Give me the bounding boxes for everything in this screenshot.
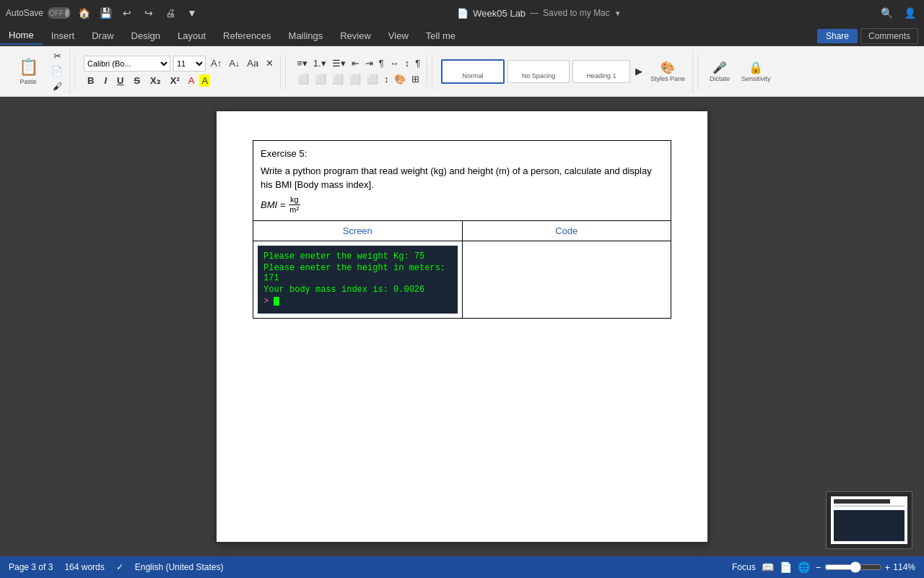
line-spacing-btn[interactable]: ↕ [382,72,391,86]
highlight-btn[interactable]: A [199,74,210,87]
menu-item-insert[interactable]: Insert [43,27,84,44]
ribbon-right-buttons: Share Comments [817,28,924,44]
menu-item-review[interactable]: Review [331,27,380,44]
dictate-label: Dictate [710,75,730,82]
style-heading1[interactable]: AaBbCcD... Heading 1 [572,60,630,83]
strikethrough-button[interactable]: S [130,74,144,87]
redo-icon-btn[interactable]: ↪ [140,4,157,22]
sort-btn[interactable]: ↕ [403,56,412,70]
para-row2: ⬜ ⬜ ⬜ ⬜ ⬜ ↕ 🎨 ⊞ [295,72,422,86]
print-layout-btn[interactable]: 📄 [780,561,792,573]
more-styles-btn[interactable]: ▶ [633,64,645,78]
increase-font-btn[interactable]: A↑ [209,56,224,70]
font-section: Calibri (Bo... 11 A↑ A↓ Aa ✕ B I U S X₂ … [79,56,281,87]
font-name-selector[interactable]: Calibri (Bo... [84,56,170,72]
menu-item-layout[interactable]: Layout [169,27,214,44]
terminal-line-2: Please eneter the height in meters: 171 [263,263,452,283]
style-h1-preview: AaBbCcD... [579,64,624,72]
col-btn[interactable]: ⬜ [365,72,380,86]
zoom-slider[interactable] [824,561,882,573]
paste-button[interactable]: 📋 Paste [10,55,46,88]
paragraph-section: ≡▾ 1.▾ ☰▾ ⇤ ⇥ ¶ ↔ ↕ ¶ ⬜ ⬜ ⬜ ⬜ ⬜ ↕ 🎨 ⊞ [290,56,427,86]
dictate-section: 🎤 Dictate 🔒 Sensitivity [702,50,778,93]
title-bar-right: 🔍 👤 [878,4,918,22]
more-icon-btn[interactable]: ▼ [183,4,201,22]
menu-item-draw[interactable]: Draw [83,27,122,44]
terminal-cursor [274,297,279,306]
word-count: 164 words [64,562,104,572]
read-mode-btn[interactable]: 📖 [762,561,774,573]
show-para-btn[interactable]: ¶ [413,56,422,70]
menu-item-view[interactable]: View [380,27,417,44]
menu-item-design[interactable]: Design [123,27,169,44]
saved-state: — [530,8,539,18]
zoom-in-btn[interactable]: + [885,562,891,573]
menu-item-tellme[interactable]: Tell me [417,27,464,44]
share-button[interactable]: Share [817,29,858,43]
font-size-selector[interactable]: 11 [173,56,206,72]
clear-format-btn[interactable]: ✕ [263,56,276,70]
bold-button[interactable]: B [84,74,97,87]
status-bar: Page 3 of 3 164 words ✓ English (United … [0,556,924,578]
subscript-button[interactable]: X₂ [147,74,164,87]
autosave-label: AutoSave [6,8,43,18]
exercise-container: Exercise 5: Write a python program that … [253,140,671,319]
user-icon-btn[interactable]: 👤 [901,4,918,22]
search-icon-btn[interactable]: 🔍 [878,4,895,22]
align-left-btn[interactable]: ⬜ [295,72,311,86]
align-right-btn[interactable]: ⬜ [330,72,346,86]
dictate-btn[interactable]: 🎤 Dictate [707,59,733,84]
spell-check-icon[interactable]: ✓ [116,562,123,572]
bullets-button[interactable]: ≡▾ [295,56,310,70]
title-bar-left: AutoSave OFF 🏠 💾 ↩ ↪ 🖨 ▼ [6,4,201,22]
autosave-state: OFF [49,9,64,17]
screen-cell: Please eneter the weight Kg: 75 Please e… [253,241,463,318]
multilevel-list-button[interactable]: ☰▾ [330,56,348,70]
change-case-btn[interactable]: Aa [245,56,261,70]
decrease-indent-button[interactable]: ⇤ [349,56,362,70]
shading-btn[interactable]: 🎨 [392,72,408,86]
code-header-cell: Code [463,221,671,241]
home-icon-btn[interactable]: 🏠 [75,4,92,22]
page-info: Page 3 of 3 [9,562,53,572]
thumbnail-page [831,496,907,544]
style-normal[interactable]: AaBbCcDdEe Normal [441,59,505,84]
numbering-button[interactable]: 1.▾ [311,56,328,70]
zoom-out-btn[interactable]: − [816,562,821,573]
fraction-denominator: m² [288,205,300,215]
borders-btn[interactable]: ⊞ [409,72,422,86]
italic-button[interactable]: I [100,74,110,87]
font-color-btn[interactable]: A [186,74,197,87]
justify-btn[interactable]: ⬜ [347,72,363,86]
increase-indent-button[interactable]: ⇥ [363,56,375,70]
decrease-font-btn[interactable]: A↓ [227,56,242,70]
align-center-btn[interactable]: ⬜ [313,72,328,86]
autosave-toggle[interactable]: OFF [48,7,71,19]
underline-button[interactable]: U [113,74,127,87]
format-painter-button[interactable]: 🖌 [49,79,65,93]
focus-button[interactable]: Focus [732,562,756,572]
saved-state-text: Saved to my Mac [543,8,610,18]
style-no-spacing[interactable]: AaBbCcDdEe No Spacing [507,60,570,83]
print-icon-btn[interactable]: 🖨 [162,4,179,22]
rtl-btn[interactable]: ↔ [388,56,401,70]
save-icon-btn[interactable]: 💾 [97,4,114,22]
status-bar-left: Page 3 of 3 164 words ✓ English (United … [9,562,224,572]
web-layout-btn[interactable]: 🌐 [798,561,810,573]
cut-button[interactable]: ✂ [49,49,65,63]
undo-icon-btn[interactable]: ↩ [118,4,136,22]
superscript-button[interactable]: X² [167,74,183,87]
menu-item-mailings[interactable]: Mailings [280,27,332,44]
menu-item-references[interactable]: References [214,27,279,44]
zoom-level: 114% [893,562,915,572]
sensitivity-btn[interactable]: 🔒 Sensitivity [738,59,774,84]
style-h1-label: Heading 1 [579,72,624,79]
para-marks-btn[interactable]: ¶ [377,56,386,70]
menu-item-home[interactable]: Home [0,27,43,45]
clipboard-section: 📋 Paste ✂ 📄 🖌 [6,50,70,93]
comments-button[interactable]: Comments [860,28,918,44]
microphone-icon: 🎤 [712,61,727,74]
copy-button[interactable]: 📄 [49,64,65,78]
styles-pane-btn[interactable]: 🎨 Styles Pane [648,59,688,84]
status-bar-right: Focus 📖 📄 🌐 − + 114% [732,561,915,573]
